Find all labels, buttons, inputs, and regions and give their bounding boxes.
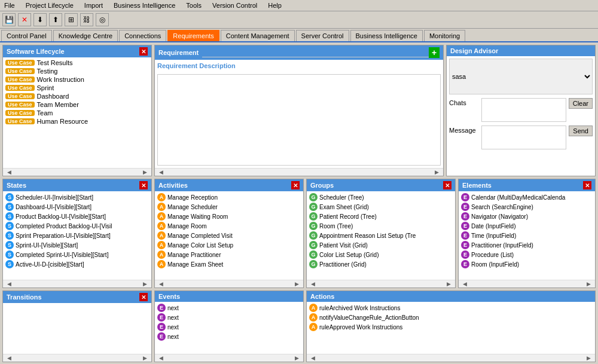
- action-item[interactable]: A ruleApproved Work Instructions: [308, 322, 594, 332]
- scroll-right-icon[interactable]: ▶: [293, 281, 301, 287]
- toolbar-circle-btn[interactable]: ◎: [96, 13, 109, 26]
- scroll-left-icon[interactable]: ◀: [5, 281, 13, 287]
- list-item[interactable]: Use Case Human Resource: [4, 117, 150, 126]
- software-lifecycle-close-btn[interactable]: ✕: [139, 47, 148, 56]
- activity-item[interactable]: A Manage Exam Sheet: [156, 259, 302, 269]
- group-item[interactable]: G Color List Setup (Grid): [308, 250, 454, 259]
- element-item[interactable]: E Room (InputField): [460, 259, 594, 269]
- requirement-input[interactable]: [202, 48, 429, 57]
- scroll-right-icon[interactable]: ▶: [585, 355, 593, 361]
- menu-project-lifecycle[interactable]: Project Lifecycle: [24, 1, 75, 10]
- design-advisor-select[interactable]: sasa anel ....: [449, 59, 593, 94]
- scroll-right-icon[interactable]: ▶: [445, 281, 453, 287]
- group-item[interactable]: G Scheduler (Tree): [308, 192, 454, 202]
- group-item[interactable]: G Practitioner (Grid): [308, 259, 454, 269]
- action-item[interactable]: A ruleArchived Work Instructions: [308, 303, 594, 313]
- state-item[interactable]: S Dashboard-UI-[Visible][Start]: [4, 202, 150, 212]
- tab-connections[interactable]: Connections: [119, 30, 166, 41]
- menu-import[interactable]: Import: [83, 1, 105, 10]
- activity-item[interactable]: A Manage Color List Setup: [156, 240, 302, 250]
- states-close-btn[interactable]: ✕: [139, 181, 148, 189]
- list-item[interactable]: Use Case Sprint: [4, 84, 150, 92]
- tab-control-panel[interactable]: Control Panel: [1, 30, 52, 41]
- clear-button[interactable]: Clear: [569, 98, 593, 109]
- toolbar-connect-btn[interactable]: ⛓: [80, 13, 93, 26]
- activities-close-btn[interactable]: ✕: [291, 181, 300, 189]
- tab-content-management[interactable]: Content Management: [221, 30, 295, 41]
- group-item[interactable]: G Exam Sheet (Grid): [308, 202, 454, 212]
- activity-item[interactable]: A Manage Practitioner: [156, 250, 302, 259]
- list-item[interactable]: Use Case Testing: [4, 67, 150, 75]
- transitions-close-btn[interactable]: ✕: [139, 293, 148, 301]
- requirement-add-btn[interactable]: +: [429, 47, 440, 58]
- scroll-left-icon[interactable]: ◀: [5, 169, 13, 175]
- action-item[interactable]: A notifyValueChangeRule_ActionButton: [308, 313, 594, 322]
- group-item[interactable]: G Appointment Reason List Setup (Tre: [308, 231, 454, 240]
- event-item[interactable]: E next: [156, 303, 302, 313]
- groups-close-btn[interactable]: ✕: [443, 181, 451, 189]
- element-item[interactable]: E Navigator (Navigator): [460, 212, 594, 221]
- requirement-textarea[interactable]: [157, 74, 441, 166]
- state-item[interactable]: S Active-UI-D-[cisible][Start]: [4, 259, 150, 269]
- list-item[interactable]: Use Case Dashboard: [4, 92, 150, 100]
- menu-file[interactable]: File: [2, 1, 17, 10]
- state-item[interactable]: S Completed Sprint-UI-[Visible][Start]: [4, 250, 150, 259]
- toolbar-down-btn[interactable]: ⬇: [33, 13, 47, 26]
- tab-knowledge-centre[interactable]: Knowledge Centre: [53, 30, 118, 41]
- activity-item[interactable]: A Manage Completed Visit: [156, 231, 302, 240]
- state-item[interactable]: S Scheduler-UI-[Invisible][Start]: [4, 192, 150, 202]
- scroll-left-icon[interactable]: ◀: [5, 355, 13, 361]
- event-item[interactable]: E next: [156, 322, 302, 332]
- chats-textarea[interactable]: [481, 98, 566, 122]
- state-item[interactable]: S Completed Product Backlog-UI-[Visil: [4, 221, 150, 231]
- scroll-right-icon[interactable]: ▶: [585, 281, 593, 287]
- toolbar-grid-btn[interactable]: ⊞: [65, 13, 78, 26]
- element-item[interactable]: E Date (InputField): [460, 221, 594, 231]
- menu-business-intelligence[interactable]: Business Intelligence: [112, 1, 177, 10]
- list-item[interactable]: Use Case Test Results: [4, 59, 150, 67]
- scroll-right-icon[interactable]: ▶: [293, 355, 301, 361]
- element-item[interactable]: E Practitioner (InputField): [460, 240, 594, 250]
- toolbar-up-btn[interactable]: ⬆: [49, 13, 62, 26]
- activity-item[interactable]: A Manage Reception: [156, 192, 302, 202]
- element-item[interactable]: E Calendar (MultiDayMedicalCalenda: [460, 192, 594, 202]
- list-item[interactable]: Use Case Team: [4, 109, 150, 117]
- scroll-left-icon[interactable]: ◀: [157, 281, 165, 287]
- activity-item[interactable]: A Manage Scheduler: [156, 202, 302, 212]
- tab-requirements[interactable]: Requirements: [167, 30, 219, 41]
- menu-version-control[interactable]: Version Control: [210, 1, 259, 10]
- element-item[interactable]: E Procedure (List): [460, 250, 594, 259]
- state-item[interactable]: S Sprint Preparation-UI-[Visible][Start]: [4, 231, 150, 240]
- group-item[interactable]: G Room (Tree): [308, 221, 454, 231]
- state-item[interactable]: S Sprint-UI-[Visible][Start]: [4, 240, 150, 250]
- tab-business-intelligence[interactable]: Business Intelligence: [350, 30, 423, 41]
- group-item[interactable]: G Patient Record (Tree): [308, 212, 454, 221]
- element-item[interactable]: E Time (InputField): [460, 231, 594, 240]
- send-button[interactable]: Send: [569, 126, 593, 136]
- tab-monitoring[interactable]: Monitoring: [424, 30, 465, 41]
- list-item[interactable]: Use Case Work Instruction: [4, 75, 150, 84]
- tab-server-control[interactable]: Server Control: [296, 30, 349, 41]
- toolbar-save-btn[interactable]: 💾: [2, 13, 16, 26]
- scroll-left-icon[interactable]: ◀: [309, 281, 317, 287]
- scroll-left-icon[interactable]: ◀: [309, 355, 317, 361]
- group-item[interactable]: G Patient Visit (Grid): [308, 240, 454, 250]
- element-item[interactable]: E Search (SearchEngine): [460, 202, 594, 212]
- message-textarea[interactable]: [481, 126, 566, 149]
- event-item[interactable]: E next: [156, 332, 302, 341]
- menu-help[interactable]: Help: [266, 1, 283, 10]
- scroll-left-icon[interactable]: ◀: [157, 355, 165, 361]
- event-item[interactable]: E next: [156, 313, 302, 322]
- toolbar-delete-btn[interactable]: ✕: [18, 13, 31, 26]
- state-item[interactable]: S Product Backlog-UI-[Visible][Start]: [4, 212, 150, 221]
- activity-item[interactable]: A Manage Waiting Room: [156, 212, 302, 221]
- scroll-right-icon[interactable]: ▶: [141, 281, 149, 287]
- scroll-right-icon[interactable]: ▶: [141, 169, 149, 175]
- scroll-left-icon[interactable]: ◀: [461, 281, 469, 287]
- scroll-right-icon[interactable]: ▶: [433, 169, 441, 175]
- scroll-right-icon[interactable]: ▶: [141, 355, 149, 361]
- scroll-left-icon[interactable]: ◀: [157, 169, 165, 175]
- elements-close-btn[interactable]: ✕: [583, 181, 591, 189]
- menu-tools[interactable]: Tools: [184, 1, 203, 10]
- activity-item[interactable]: A Manage Room: [156, 221, 302, 231]
